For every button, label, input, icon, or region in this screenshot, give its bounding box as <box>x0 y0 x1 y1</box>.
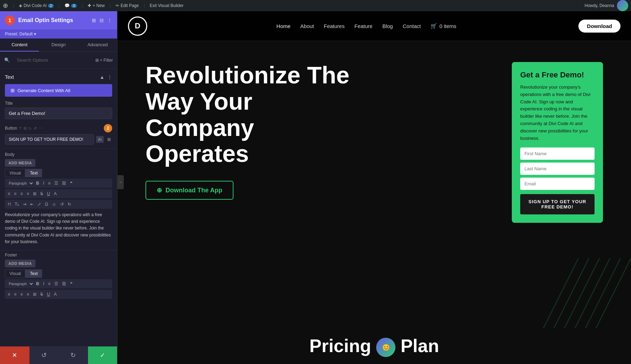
text-section-collapse[interactable]: ▲ <box>100 74 104 80</box>
footer-bold[interactable]: B <box>34 280 41 287</box>
redo-button[interactable]: ↻ <box>66 201 73 208</box>
ol-button[interactable]: ☰ <box>53 180 60 187</box>
quote-button[interactable]: ❝ <box>68 180 74 187</box>
footer-italic[interactable]: I <box>41 280 46 287</box>
emoji-button[interactable]: ☺ <box>50 201 58 208</box>
footer-paragraph-select[interactable]: Paragraph <box>6 281 34 287</box>
nav-blog[interactable]: Blog <box>382 23 393 29</box>
filter-button[interactable]: ⊞ + Filter <box>95 58 113 63</box>
tab-design[interactable]: Design <box>39 39 78 51</box>
button-help-icon[interactable]: ? <box>19 126 21 130</box>
save-icon: ✓ <box>100 351 105 359</box>
footer-tab-visual[interactable]: Visual <box>5 269 25 278</box>
button-text-input[interactable] <box>5 134 94 145</box>
paste-button[interactable]: ⊓ <box>6 201 13 208</box>
new-item-link[interactable]: ✚ + New <box>88 3 104 8</box>
f-justify[interactable]: ≡ <box>25 291 31 298</box>
fullscreen-button[interactable]: ⤢ <box>36 201 43 208</box>
tab-advanced[interactable]: Advanced <box>78 39 117 51</box>
align-center-button[interactable]: ≡ <box>12 190 18 197</box>
pricing-title: Pricing 😊 Plan <box>124 335 624 357</box>
f-table[interactable]: ⊞ <box>31 291 38 298</box>
subscript-button[interactable]: T₂ <box>13 201 21 208</box>
cart-item[interactable]: 🛒 0 items <box>430 23 456 29</box>
editor-tab-visual[interactable]: Visual <box>5 169 25 177</box>
table-button[interactable]: ⊞ <box>31 190 38 197</box>
user-avatar[interactable] <box>617 0 628 11</box>
ai-generate-icon[interactable]: AI <box>96 136 104 143</box>
body-text-content: Revolutionize your company's operations … <box>5 210 112 247</box>
link-button[interactable]: ⛓ <box>60 180 68 187</box>
nav-about[interactable]: About <box>300 23 314 29</box>
preview-area: ↔ D Home About Features Feature Blog Con… <box>117 11 631 364</box>
nav-features[interactable]: Features <box>324 23 345 29</box>
wordpress-icon-link[interactable]: ⊕ <box>3 2 8 9</box>
f-color[interactable]: A <box>52 291 59 298</box>
footer-tab-text[interactable]: Text <box>25 269 42 278</box>
messages-count: 0 <box>71 4 77 8</box>
f-align-center[interactable]: ≡ <box>12 291 18 298</box>
search-input[interactable] <box>13 55 93 66</box>
generate-content-button[interactable]: ⊞ Generate Content With All <box>5 84 112 97</box>
filter-icon: ⊞ <box>95 58 99 63</box>
preset-bar[interactable]: Preset: Default ▾ <box>0 29 117 39</box>
text-section-header[interactable]: Text ▲ ⋮ <box>0 72 117 82</box>
nav-home[interactable]: Home <box>277 23 291 29</box>
align-right-button[interactable]: ≡ <box>19 190 25 197</box>
f-underline[interactable]: U <box>45 291 52 298</box>
hero-cta-button[interactable]: ⊕ Download The App <box>145 181 233 200</box>
footer-label: Footer <box>5 253 112 257</box>
f-strikethrough[interactable]: S̶ <box>39 291 45 298</box>
strikethrough-button[interactable]: S̶ <box>39 190 45 197</box>
bold-button[interactable]: B <box>34 180 41 187</box>
button-more-icon[interactable]: ⋯ <box>39 126 43 131</box>
button-settings-icon[interactable]: ⊞ <box>106 136 112 143</box>
layout-icon[interactable]: ⊟ <box>100 18 104 23</box>
messages-link[interactable]: 💬 0 <box>65 3 77 8</box>
more-icon[interactable]: ⋮ <box>107 18 112 23</box>
footer-quote[interactable]: ❝ <box>68 280 74 287</box>
align-left-button[interactable]: ≡ <box>6 190 12 197</box>
text-color-button[interactable]: A <box>52 190 59 197</box>
button-copy-icon[interactable]: ⊟ <box>23 126 27 131</box>
title-input[interactable] <box>5 108 112 119</box>
outdent-button[interactable]: ⇤ <box>28 201 35 208</box>
f-align-right[interactable]: ≡ <box>19 291 25 298</box>
new-item-icon: ✚ <box>88 3 91 8</box>
collapse-handle[interactable]: ↔ <box>117 175 124 189</box>
footer-link[interactable]: ⛓ <box>60 280 68 287</box>
tab-content[interactable]: Content <box>0 39 39 51</box>
download-button[interactable]: Download <box>578 20 620 33</box>
paragraph-select[interactable]: Paragraph <box>6 180 34 186</box>
special-chars-button[interactable]: Ω <box>43 201 50 208</box>
footer-ul[interactable]: ≡ <box>46 280 52 287</box>
ul-button[interactable]: ≡ <box>46 180 52 187</box>
nav-contact[interactable]: Contact <box>403 23 421 29</box>
exit-builder-link[interactable]: Exit Visual Builder <box>150 3 184 8</box>
add-media-button[interactable]: ADD MEDIA <box>5 159 35 167</box>
save-button[interactable]: ✓ <box>88 346 117 364</box>
title-label: Title <box>5 101 112 106</box>
edit-page-link[interactable]: ✏ Edit Page <box>116 3 139 8</box>
f-align-left[interactable]: ≡ <box>6 291 12 298</box>
undo-button[interactable]: ↺ <box>59 201 66 208</box>
search-icon: 🔍 <box>4 57 10 63</box>
indent-button[interactable]: ⇥ <box>21 201 28 208</box>
divi-ai-link[interactable]: ◈ Divi Code AI 2 <box>19 3 54 8</box>
copy-icon[interactable]: ⊞ <box>92 18 96 23</box>
redo-bottom-button[interactable]: ↻ <box>59 346 88 364</box>
justify-button[interactable]: ≡ <box>25 190 31 197</box>
footer-toolbar-row-1: Paragraph B I ≡ ☰ ⛓ ❝ <box>5 279 112 288</box>
button-undo-icon[interactable]: ↺ <box>34 126 37 131</box>
nav-feature[interactable]: Feature <box>354 23 373 29</box>
footer-ol[interactable]: ☰ <box>53 280 60 287</box>
message-icon: 💬 <box>65 3 70 8</box>
footer-add-media-button[interactable]: ADD MEDIA <box>5 260 35 267</box>
undo-bottom-button[interactable]: ↺ <box>29 346 59 364</box>
editor-tab-text[interactable]: Text <box>25 169 42 177</box>
close-button[interactable]: ✕ <box>0 346 29 364</box>
button-arrow-icon[interactable]: ▷ <box>29 126 32 131</box>
italic-button[interactable]: I <box>41 180 46 187</box>
underline-button[interactable]: U <box>45 190 52 197</box>
text-section-menu[interactable]: ⋮ <box>107 74 112 80</box>
